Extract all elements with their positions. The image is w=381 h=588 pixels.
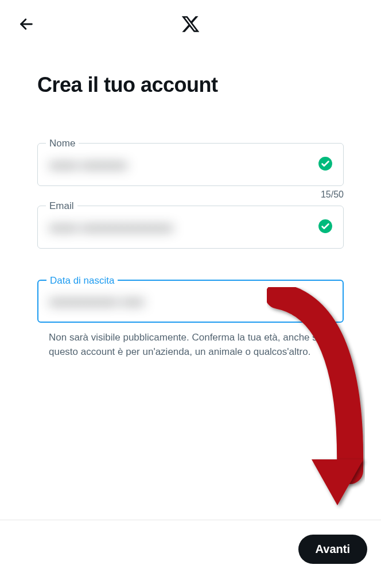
check-icon xyxy=(318,219,333,236)
page-title: Crea il tuo account xyxy=(37,73,344,97)
next-button[interactable]: Avanti xyxy=(298,535,367,564)
name-label: Nome xyxy=(46,138,79,149)
dob-field[interactable]: Data di nascita xxxxxxxxxxxx xxxx xyxy=(37,280,344,323)
dob-value: xxxxxxxxxxxx xxxx xyxy=(49,295,311,308)
back-button[interactable] xyxy=(16,14,37,36)
email-field[interactable]: Email xxxxx xxxxxxxxxxxxxxxx xyxy=(37,206,344,249)
header xyxy=(0,0,381,50)
check-icon xyxy=(318,156,333,173)
name-field[interactable]: Nome xxxxx xxxxxxxx xyxy=(37,143,344,186)
name-counter: 15/50 xyxy=(37,189,344,200)
x-logo-icon xyxy=(181,14,200,36)
email-value: xxxxx xxxxxxxxxxxxxxxx xyxy=(49,221,311,234)
dob-field-wrap: Data di nascita xxxxxxxxxxxx xxxx Non sa… xyxy=(37,280,344,359)
footer-divider xyxy=(0,520,381,520)
email-label: Email xyxy=(46,200,77,212)
email-field-wrap: Email xxxxx xxxxxxxxxxxxxxxx xyxy=(37,206,344,249)
arrow-left-icon xyxy=(18,16,34,32)
dob-hint: Non sarà visibile pubblicamente. Conferm… xyxy=(37,331,344,359)
name-value: xxxxx xxxxxxxx xyxy=(49,158,311,172)
name-field-wrap: Nome xxxxx xxxxxxxx 15/50 xyxy=(37,143,344,200)
dob-label: Data di nascita xyxy=(46,275,118,287)
